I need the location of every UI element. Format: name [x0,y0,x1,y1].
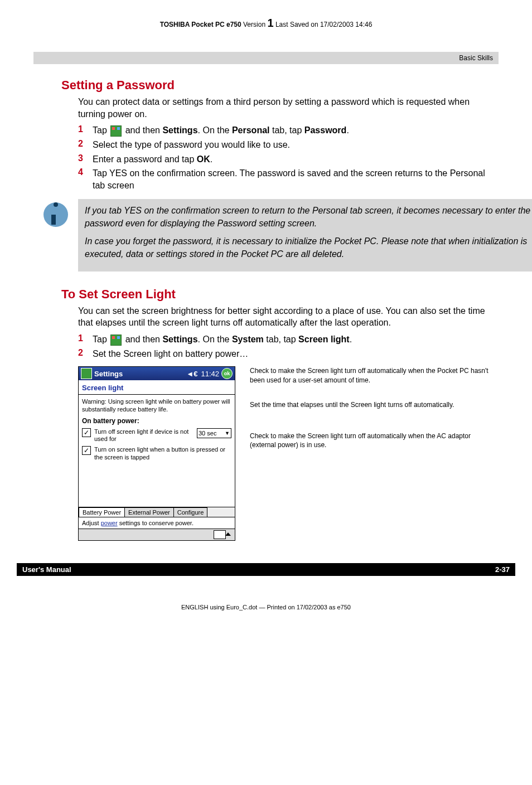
breadcrumb-label: Basic Skills [459,54,493,62]
step-3-text: Enter a password and tap OK. [93,153,212,166]
s2-step-1-text: Tap and then Settings. On the System tab… [93,333,352,346]
section-heading-password: Setting a Password [61,78,499,93]
callouts: Check to make the Screen light turn off … [246,366,499,540]
step-2-text: Select the type of password you would li… [93,139,290,151]
callout-1: Check to make the Screen light turn off … [246,366,499,384]
start-icon [110,125,122,137]
info-icon [43,202,68,227]
checkbox-turnoff[interactable]: ✓ [82,428,91,437]
step-number: 1 [78,333,93,346]
step-number: 2 [78,139,93,151]
version-number: 1 [267,17,273,29]
start-icon[interactable] [81,368,92,379]
note-p2: In case you forget the password, it is n… [85,235,532,260]
footer-left: User's Manual [22,565,71,574]
saved-date: Last Saved on 17/02/2003 14:46 [275,21,372,28]
note-body: If you tab YES on the confirmation scree… [78,199,532,272]
pocketpc-screenshot: Settings ◄€ 11:42 ok Screen light Warnin… [78,366,235,540]
callout-3: Check to make the Screen light turn off … [246,432,499,449]
section1-intro: You can protect data or settings from a … [78,96,499,120]
step-number: 2 [78,348,93,360]
footer-bar: User's Manual 2-37 [17,563,515,576]
ppc-titlebar: Settings ◄€ 11:42 ok [79,367,235,380]
s2-step-2-text: Set the Screen light on battery power… [93,348,248,360]
step-number: 1 [78,124,93,137]
step-1-text: Tap and then Settings. On the Personal t… [93,124,349,137]
tab-external-power[interactable]: External Power [124,507,174,517]
version-label: Version [243,21,265,28]
section1-steps: 1 Tap and then Settings. On the Personal… [78,124,499,191]
keyboard-icon[interactable] [214,530,226,539]
screenshot-row: Settings ◄€ 11:42 ok Screen light Warnin… [78,366,499,540]
ppc-link-row: Adjust power settings to conserve power. [79,517,235,529]
timeout-dropdown[interactable]: 30 sec ▼ [197,428,231,438]
note-p1: If you tab YES on the confirmation scree… [85,205,532,230]
breadcrumb: Basic Skills [33,52,499,64]
power-link[interactable]: power [101,520,118,526]
product-name: TOSHIBA Pocket PC e750 [160,21,241,28]
ppc-bottom-bar [79,529,235,540]
ppc-tabs: Battery Power External Power Configure [79,507,235,517]
ppc-title: Settings [94,370,186,378]
tab-battery-power[interactable]: Battery Power [79,507,125,517]
checkbox-turnoff-label: Turn off screen light if device is not u… [94,428,194,443]
chevron-down-icon: ▼ [225,430,230,436]
step-number: 4 [78,167,93,191]
checkbox-turnon-label: Turn on screen light when a button is pr… [94,446,231,461]
ppc-heading: Screen light [79,380,235,393]
section-heading-screenlight: To Set Screen Light [61,287,499,302]
ppc-warning: Warning: Using screen light while on bat… [82,398,231,414]
clock-time: 11:42 [201,370,219,378]
tab-configure[interactable]: Configure [173,507,208,517]
section2-intro: You can set the screen brightness for be… [78,305,499,329]
dropdown-value: 30 sec [199,430,216,437]
step-number: 3 [78,153,93,166]
step-4-text: Tap YES on the confirmation screen. The … [93,167,499,191]
sound-icon[interactable]: ◄€ [186,370,197,378]
checkbox-turnon[interactable]: ✓ [82,446,91,455]
document-header: TOSHIBA Pocket PC e750 Version 1 Last Sa… [33,17,499,30]
ok-button[interactable]: ok [221,368,233,379]
footer-right: 2-37 [495,565,510,574]
callout-2: Set the time that elapses until the Scre… [246,400,499,409]
start-icon [110,335,122,346]
note-block: If you tab YES on the confirmation scree… [33,199,532,272]
bottom-print: ENGLISH using Euro_C.dot — Printed on 17… [33,604,499,610]
section2-steps: 1 Tap and then Settings. On the System t… [78,333,499,360]
ppc-section-head: On battery power: [82,417,231,425]
